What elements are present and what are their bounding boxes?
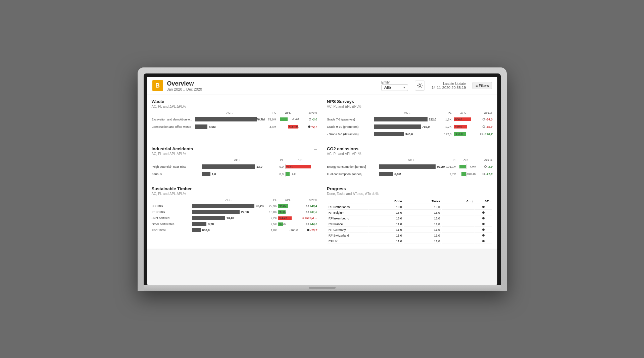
progress-col-tasks: Tasks — [404, 199, 441, 204]
progress-col-deltat: ΔT... — [475, 199, 492, 204]
settings-icon-button[interactable] — [415, 81, 425, 91]
co2-col-ac: AC ↓ — [379, 158, 444, 162]
timber-row2-label: PEFC mix — [152, 210, 192, 214]
timber-row4-pl: 2,5K — [265, 222, 277, 226]
co2-col-dpl: ΔPL — [456, 158, 477, 162]
co2-subtitle: AC, PL and ΔPL ΔPL% — [327, 152, 493, 156]
waste-title: Waste — [152, 99, 317, 104]
progress-row2-delta — [442, 210, 474, 215]
timber-row4-label: Other certificates — [152, 222, 192, 226]
timber-row5-dpl-val: -160,0 — [289, 228, 298, 232]
laptop-shell: B Overview Jan 2020 .. Dec 2020 Entity A… — [138, 67, 507, 291]
ind-row1-dpl-val: +13,0 — [286, 165, 293, 168]
co2-row2-dpl-bar — [461, 172, 466, 176]
waste-row2-ac-val: 4,5M — [209, 125, 216, 129]
progress-row3-delta — [442, 216, 474, 221]
nps-row-3: - Grade 0-6 (detractors) 340,0 122,0 +21… — [327, 131, 493, 138]
progress-row1-done: 19,0 — [368, 205, 403, 210]
waste-col-dplpct: ΔPL% — [300, 111, 317, 114]
progress-row7-label: RF UK — [328, 239, 368, 244]
timber-row4-ac-val: 3,7K — [208, 222, 214, 226]
waste-col-dpl: ΔPL — [276, 111, 300, 114]
filters-button[interactable]: ≡ Filters — [473, 82, 492, 89]
progress-table: Done Tasks Δ... ↑ ΔT... RF Netherlands 1… — [327, 198, 493, 245]
co2-row2-bar — [379, 172, 393, 176]
nps-row3-pl: 122,0 — [441, 133, 452, 136]
waste-row1-bar — [195, 117, 257, 121]
progress-table-header: Done Tasks Δ... ↑ ΔT... — [328, 199, 492, 204]
entity-group: Entity Alle ▾ — [381, 81, 408, 91]
entity-value: Alle — [384, 85, 391, 90]
waste-row1-bar-container: 76,7M — [195, 117, 264, 122]
timber-row1-ac-val: 32,2K — [256, 204, 264, 208]
co2-row-2: Fuel consumption [tonnes] 6,8M 7,7M -920… — [327, 170, 493, 178]
ind-row1-ac-val: 13,0 — [256, 165, 262, 168]
timber-row2-bar — [192, 210, 240, 214]
timber-row5-bar — [192, 228, 201, 232]
timber-row2-dpl-val: +5,3K — [279, 210, 286, 213]
timber-row3-label: - Not certified — [152, 216, 192, 220]
progress-row2-tasks: 16,0 — [404, 210, 441, 215]
header-right: Entity Alle ▾ — [381, 81, 492, 91]
timber-row2-pl: 16,8K — [265, 210, 277, 214]
timber-row4-dpl-val: +1,1K — [279, 222, 286, 225]
progress-row2-done: 16,0 — [368, 210, 403, 215]
progress-col-done: Done — [368, 199, 403, 204]
nps-row3-bar-container: 340,0 — [374, 132, 441, 137]
timber-panel: Sustainable Timber AC, PL and ΔPL ΔPL% A… — [147, 182, 322, 249]
waste-row-2: Construction and office waste 4,5M 4,4M … — [152, 123, 317, 131]
timber-row5-label: FSC 100% — [152, 228, 192, 232]
ind-row2-bar — [202, 172, 210, 176]
progress-row5-delta — [442, 227, 474, 233]
timber-row5-ac-val: 860,0 — [202, 228, 210, 232]
waste-row1-dpl-bar — [280, 117, 288, 121]
progress-row6-done: 11,0 — [368, 233, 403, 238]
progress-col-delta: Δ... ↑ — [442, 199, 474, 204]
entity-select[interactable]: Alle ▾ — [381, 84, 408, 91]
progress-row6-label: RF Switzerland — [328, 233, 368, 238]
nps-row1-bar — [374, 117, 428, 121]
progress-row7-done: 11,0 — [368, 239, 403, 244]
progress-subtitle: Done, Tasks and ΔTo do, ΔTo do% — [327, 192, 493, 196]
industrial-panel: Industrial Accidents AC, PL and ΔPL ΔPL%… — [147, 142, 322, 182]
ind-col-dpl: ΔPL — [284, 158, 317, 162]
waste-row2-label: Construction and office waste — [152, 125, 195, 129]
nps-row2-dpl-val: -480,0 — [454, 125, 462, 128]
progress-row3-tasks: 16,0 — [404, 216, 441, 221]
ind-col-ac: AC ↓ — [202, 158, 273, 162]
timber-row1-pl: 22,9K — [265, 204, 277, 208]
timber-row2-dot — [306, 211, 309, 213]
waste-row2-pl: 4,4M — [264, 125, 276, 129]
ind-row2-bar-container: 1,0 — [202, 171, 273, 177]
progress-col-label — [328, 199, 368, 204]
progress-row4-tasks: 11,0 — [404, 222, 441, 227]
filter-icon: ≡ — [476, 84, 478, 88]
ind-row2-dpl-bar — [286, 172, 290, 176]
nps-row3-pct: +178,7 — [475, 133, 493, 136]
co2-row1-bar-container: 97,2M — [379, 164, 444, 169]
waste-row1-dot — [309, 118, 311, 120]
timber-row3-ac-val: 13,4K — [227, 216, 235, 220]
nps-col-dpl: ΔPL — [452, 111, 475, 114]
ind-row2-dpl-val: +1,0 — [290, 172, 296, 175]
timber-row3-bar — [192, 216, 225, 220]
progress-row1-dot — [475, 205, 492, 210]
timber-row3-pl: 2,2K — [265, 216, 277, 220]
waste-col-pl: PL — [264, 111, 276, 114]
co2-row1-dot — [484, 165, 487, 168]
waste-row1-pct: -3,0 — [300, 118, 317, 121]
progress-row4-delta — [442, 222, 474, 227]
timber-col-dpl: ΔPL — [277, 198, 299, 202]
progress-row4-label: RF France — [328, 222, 368, 227]
co2-row1-dpl-val: -3,9M — [469, 165, 476, 168]
industrial-row-2: Serious 1,0 0,0 +1,0 — [152, 170, 317, 178]
progress-row4-dot — [475, 222, 492, 227]
progress-row-2: RF Belgium 16,0 16,0 — [328, 210, 492, 215]
progress-panel: Progress Done, Tasks and ΔTo do, ΔTo do%… — [322, 182, 497, 249]
waste-row2-bar — [195, 124, 208, 129]
ellipsis-menu[interactable]: ... — [314, 146, 317, 150]
co2-row2-dot — [483, 173, 485, 175]
progress-row3-done: 16,0 — [368, 216, 403, 221]
laptop-base — [144, 285, 501, 291]
progress-row6-tasks: 11,0 — [404, 233, 441, 238]
